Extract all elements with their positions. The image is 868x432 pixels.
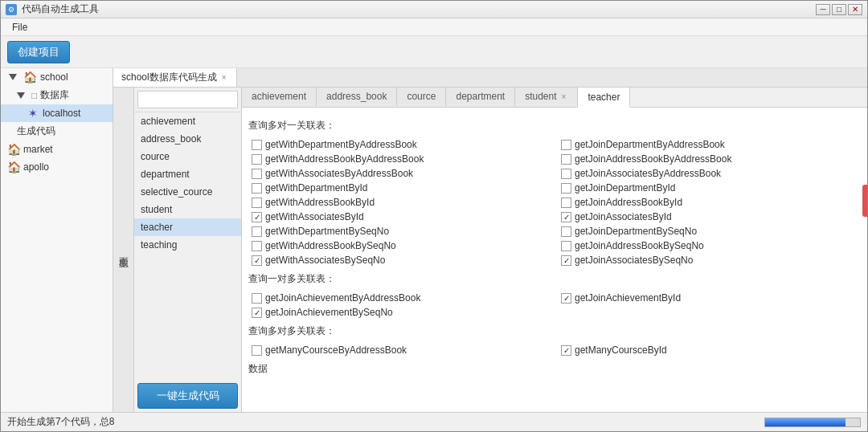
cb-label: getJoinDepartmentBySeqNo: [575, 226, 697, 237]
checkbox-getJoinDepartmentByAddressBook[interactable]: [561, 140, 571, 150]
cb-item: getManyCoursceByAddressBook: [248, 343, 551, 357]
checkbox-getWithAddressBookBySeqNo[interactable]: [252, 241, 262, 251]
section4-title: 数据: [248, 362, 861, 376]
menu-bar: File: [1, 18, 867, 36]
checkbox-getJoinAssociatesByAddressBook[interactable]: [561, 169, 571, 179]
checkbox-getWithDepartmentByAddressBook[interactable]: [252, 140, 262, 150]
apollo-home-icon: 🏠: [7, 161, 20, 173]
middle-tabs: 主面板 achievement address_book cource: [113, 88, 241, 412]
search-input[interactable]: [137, 91, 238, 108]
checkbox-getJoinAchievementById[interactable]: [561, 293, 571, 304]
tab-department-label: department: [456, 91, 505, 102]
apollo-label: apollo: [23, 161, 49, 173]
cb-item: getWithAddressBookByAddressBook: [248, 152, 551, 166]
create-project-button[interactable]: 创建项目: [7, 41, 70, 63]
checkbox-getJoinAddressBookBySeqNo[interactable]: [561, 241, 571, 251]
close-button[interactable]: ✕: [848, 4, 862, 15]
tab-department[interactable]: department: [446, 88, 515, 107]
checkbox-getJoinDepartmentById[interactable]: [561, 183, 571, 194]
status-progress-bar: [764, 418, 861, 427]
checkbox-getJoinDepartmentBySeqNo[interactable]: [561, 226, 571, 237]
checkbox-getWithAssociatesBySeqNo[interactable]: [252, 255, 262, 266]
tab-address-book-label: address_book: [326, 91, 387, 102]
maximize-button[interactable]: □: [832, 4, 846, 15]
cb-item: getWithDepartmentByAddressBook: [248, 137, 551, 152]
section2-right-col: getJoinAchievementById: [558, 291, 861, 320]
section1-title: 查询多对一关联表：: [248, 119, 861, 132]
checkbox-getWithAssociatesByAddressBook[interactable]: [252, 169, 262, 179]
table-item-cource[interactable]: cource: [134, 148, 241, 165]
left-sidebar: 🏠 school □ 数据库 ✶ localhost 生成代码: [1, 68, 113, 412]
home-icon: 🏠: [23, 71, 37, 84]
cb-label: getJoinAssociatesBySeqNo: [575, 255, 693, 266]
center-right-body: 主面板 achievement address_book cource: [113, 88, 867, 412]
tab-student-close-icon[interactable]: ×: [560, 92, 568, 101]
checkbox-getJoinAssociatesById[interactable]: [561, 212, 571, 222]
sidebar-item-apollo[interactable]: 🏠 apollo: [1, 158, 113, 176]
tab-achievement-label: achievement: [252, 91, 306, 102]
sidebar-item-market[interactable]: 🏠 market: [1, 141, 113, 158]
cb-label: getJoinAchievementBySeqNo: [265, 307, 393, 318]
cb-item: getManyCoursceById: [558, 343, 861, 357]
minimize-button[interactable]: ─: [816, 4, 830, 15]
status-progress-inner: [765, 418, 845, 426]
sidebar-item-generate[interactable]: 生成代码: [1, 122, 113, 141]
checkbox-getManyCoursceById[interactable]: [561, 345, 571, 356]
checkbox-getJoinAssociatesBySeqNo[interactable]: [561, 255, 571, 266]
table-item-address-book[interactable]: address_book: [134, 130, 241, 148]
tab-achievement[interactable]: achievement: [242, 88, 317, 107]
checkbox-getJoinAddressBookById[interactable]: [561, 198, 571, 208]
cb-label: getJoinAddressBookByAddressBook: [575, 153, 731, 165]
generate-code-button[interactable]: 一键生成代码: [137, 383, 238, 409]
tab-bar: achievement address_book cource departme…: [242, 88, 867, 108]
file-menu[interactable]: File: [6, 20, 34, 35]
tab-cource[interactable]: cource: [397, 88, 446, 107]
table-item-student[interactable]: student: [134, 201, 241, 218]
tab-student[interactable]: student ×: [515, 88, 578, 107]
cb-item: getWithAddressBookBySeqNo: [248, 238, 551, 253]
checkbox-getWithAddressBookByAddressBook[interactable]: [252, 154, 262, 165]
table-item-teaching[interactable]: teaching: [134, 236, 241, 254]
tab-student-label: student: [525, 91, 556, 102]
sidebar-item-database[interactable]: □ 数据库: [1, 86, 113, 104]
title-text: 代码自动生成工具: [22, 2, 99, 16]
cb-label: getWithDepartmentBySeqNo: [265, 226, 389, 237]
checkbox-getJoinAchievementByAddressBook[interactable]: [252, 293, 262, 304]
section1-right-col: getJoinDepartmentByAddressBook getJoinAd…: [558, 137, 861, 267]
table-item-teacher[interactable]: teacher: [134, 218, 241, 236]
checkbox-getManyCoursceByAddressBook[interactable]: [252, 345, 262, 356]
cb-label: getWithAssociatesById: [265, 211, 364, 222]
table-item-department[interactable]: department: [134, 165, 241, 183]
checkbox-getWithAddressBookById[interactable]: [252, 198, 262, 208]
cb-item: getJoinAssociatesById: [558, 210, 861, 224]
cb-label: getWithAddressBookByAddressBook: [265, 153, 424, 165]
checkbox-getWithDepartmentById[interactable]: [252, 183, 262, 194]
cb-item: getJoinAssociatesBySeqNo: [558, 253, 861, 267]
tab-address-book[interactable]: address_book: [317, 88, 397, 107]
section2-grid: getJoinAchievementByAddressBook getJoinA…: [248, 291, 861, 320]
tab-teacher[interactable]: teacher: [578, 88, 630, 108]
red-side-tab[interactable]: [862, 185, 867, 217]
doc-tab-school[interactable]: school数据库代码生成 ×: [113, 68, 237, 87]
app-icon: ⚙: [6, 4, 17, 15]
checkbox-getJoinAchievementBySeqNo[interactable]: [252, 308, 262, 318]
cb-label: getJoinAddressBookById: [575, 197, 682, 208]
school-label: school: [40, 71, 68, 83]
doc-tab-close-icon[interactable]: ×: [220, 73, 228, 82]
right-panel: achievement address_book cource departme…: [242, 88, 867, 412]
cb-label: getJoinAddressBookBySeqNo: [575, 240, 704, 251]
cb-label: getManyCoursceByAddressBook: [265, 344, 407, 356]
table-item-achievement[interactable]: achievement: [134, 112, 241, 130]
sidebar-item-school[interactable]: 🏠 school: [1, 68, 113, 86]
cb-item: getWithDepartmentById: [248, 181, 551, 195]
vertical-tab-main[interactable]: 主面板: [113, 88, 134, 412]
cb-label: getManyCoursceById: [575, 344, 667, 356]
status-bar: 开始生成第7个代码，总8: [1, 412, 867, 431]
checkbox-getJoinAddressBookByAddressBook[interactable]: [561, 154, 571, 165]
checkbox-getWithDepartmentBySeqNo[interactable]: [252, 226, 262, 237]
checkbox-getWithAssociatesById[interactable]: [252, 212, 262, 222]
title-bar: ⚙ 代码自动生成工具 ─ □ ✕: [1, 1, 867, 18]
table-item-selective-cource[interactable]: selective_cource: [134, 183, 241, 201]
localhost-label: localhost: [43, 108, 80, 119]
sidebar-item-localhost[interactable]: ✶ localhost: [1, 104, 113, 122]
